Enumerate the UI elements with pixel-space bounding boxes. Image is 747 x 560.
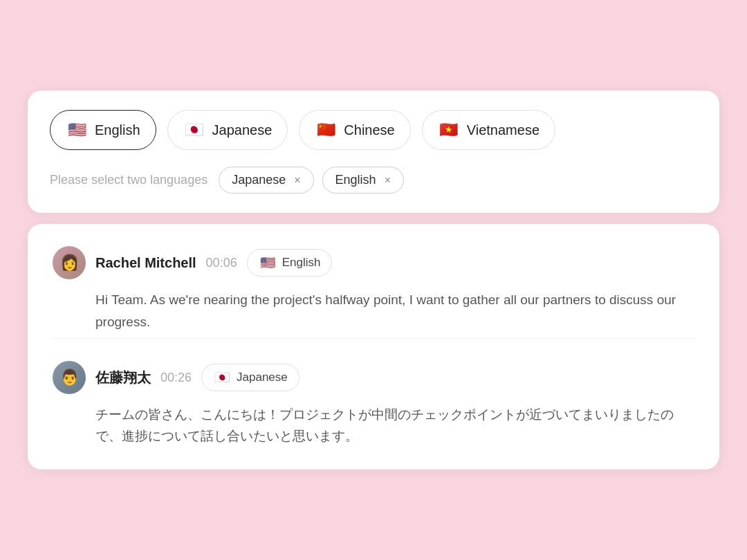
selected-tag-0[interactable]: Japanese× [219, 167, 313, 194]
chat-message-rachel: 👩Rachel Mitchell00:06🇺🇸EnglishHi Team. A… [53, 246, 694, 339]
selected-tag-label-0: Japanese [232, 173, 286, 187]
avatar-sato: 👨 [53, 361, 86, 394]
select-label: Please select two languages [50, 173, 208, 187]
chat-name-sato: 佐藤翔太 [95, 368, 151, 387]
lang-badge-rachel: 🇺🇸English [247, 249, 333, 277]
flag-vietnamese: 🇻🇳 [438, 119, 460, 141]
selected-languages-row: Please select two languages Japanese×Eng… [50, 167, 697, 194]
flag-chinese: 🇨🇳 [315, 119, 337, 141]
badge-flag-rachel: 🇺🇸 [259, 254, 277, 272]
lang-btn-english[interactable]: 🇺🇸English [50, 110, 156, 150]
chat-header-rachel: 👩Rachel Mitchell00:06🇺🇸English [53, 246, 694, 279]
chat-name-rachel: Rachel Mitchell [95, 255, 196, 271]
lang-badge-sato: 🇯🇵Japanese [201, 364, 299, 391]
language-selector-card: 🇺🇸English🇯🇵Japanese🇨🇳Chinese🇻🇳Vietnamese… [28, 91, 719, 213]
chat-time-sato: 00:26 [160, 371, 192, 385]
selected-tag-close-1[interactable]: × [385, 174, 391, 187]
lang-label-english: English [95, 122, 140, 138]
badge-flag-sato: 🇯🇵 [213, 368, 231, 386]
language-buttons-row: 🇺🇸English🇯🇵Japanese🇨🇳Chinese🇻🇳Vietnamese [50, 110, 697, 150]
lang-btn-chinese[interactable]: 🇨🇳Chinese [299, 110, 410, 150]
lang-btn-vietnamese[interactable]: 🇻🇳Vietnamese [422, 110, 555, 150]
flag-english: 🇺🇸 [66, 119, 88, 141]
lang-label-vietnamese: Vietnamese [467, 122, 540, 138]
chat-text-rachel: Hi Team. As we're nearing the project's … [95, 289, 694, 333]
chat-time-rachel: 00:06 [206, 256, 237, 270]
lang-label-chinese: Chinese [344, 122, 394, 138]
chat-card: 👩Rachel Mitchell00:06🇺🇸EnglishHi Team. A… [28, 224, 719, 469]
selected-tag-label-1: English [335, 173, 376, 187]
badge-label-sato: Japanese [237, 371, 288, 384]
chat-divider [53, 338, 694, 339]
chat-header-sato: 👨佐藤翔太00:26🇯🇵Japanese [53, 361, 694, 394]
chat-text-sato: チームの皆さん、こんにちは！プロジェクトが中間のチェックポイントが近づいてまいり… [95, 404, 694, 447]
selected-tag-close-0[interactable]: × [294, 174, 300, 187]
selected-tag-1[interactable]: English× [322, 167, 404, 194]
badge-label-rachel: English [282, 256, 321, 270]
selected-tags-container: Japanese×English× [219, 167, 404, 194]
avatar-rachel: 👩 [53, 246, 86, 279]
lang-btn-japanese[interactable]: 🇯🇵Japanese [167, 110, 288, 150]
chat-message-sato: 👨佐藤翔太00:26🇯🇵Japaneseチームの皆さん、こんにちは！プロジェクト… [53, 361, 694, 447]
lang-label-japanese: Japanese [212, 122, 273, 138]
flag-japanese: 🇯🇵 [183, 119, 205, 141]
